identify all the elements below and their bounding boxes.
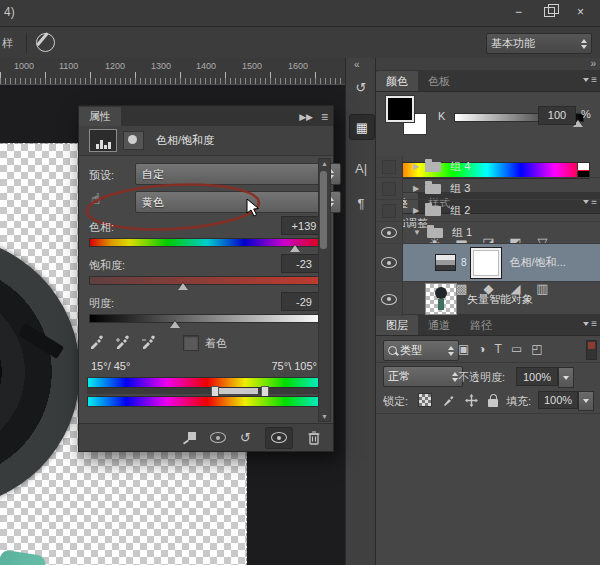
minimize-button[interactable]: −: [505, 3, 532, 21]
smart-object-thumbnail[interactable]: [425, 283, 457, 315]
colorize-checkbox[interactable]: [183, 335, 199, 351]
paragraph-panel-button[interactable]: ¶: [349, 191, 373, 215]
ruler-tick-label: 1500: [242, 61, 262, 71]
blend-mode-dropdown[interactable]: 正常: [383, 366, 463, 387]
lightness-slider[interactable]: [89, 314, 325, 323]
hue-wheel-bar-bottom[interactable]: [87, 396, 327, 407]
layer-mask-thumbnail[interactable]: [471, 248, 501, 278]
scroll-up-icon[interactable]: ▲: [321, 160, 328, 167]
layer-name: 色相/饱和...: [510, 255, 566, 270]
filter-kind-dropdown[interactable]: 类型: [383, 340, 459, 361]
properties-panel-menu-icon[interactable]: ≡: [321, 110, 328, 124]
hue-wheel-bar-top[interactable]: [87, 377, 327, 388]
delete-adjustment-icon[interactable]: [307, 430, 321, 445]
visibility-cell[interactable]: [376, 244, 403, 281]
preset-dropdown[interactable]: 自定: [135, 163, 341, 185]
tab-layers[interactable]: 图层: [376, 315, 418, 335]
workspace-selector[interactable]: 基本功能: [486, 33, 592, 54]
layers-panel-menu-icon[interactable]: ≡: [583, 318, 597, 329]
collapse-dock-icon[interactable]: «: [354, 59, 359, 70]
clip-to-layer-icon[interactable]: [183, 432, 196, 443]
scroll-down-icon[interactable]: ▼: [321, 413, 328, 420]
visibility-cell[interactable]: [376, 178, 403, 199]
lock-all-icon[interactable]: [488, 399, 498, 407]
targeted-adjustment-tool-icon[interactable]: [36, 33, 55, 52]
filter-type-layers-icon[interactable]: T: [495, 342, 502, 356]
scrollbar-thumb[interactable]: [320, 171, 327, 249]
thumbnail-artwork: [438, 299, 444, 310]
collapse-triangle-icon[interactable]: ▶: [413, 206, 419, 215]
layer-row-group1[interactable]: ▼ 组 1: [376, 222, 600, 244]
add-eyedropper-icon[interactable]: [115, 334, 130, 351]
saturation-slider-thumb[interactable]: [178, 283, 188, 290]
lightness-slider-thumb[interactable]: [170, 321, 180, 328]
collapse-triangle-icon[interactable]: ▶: [413, 184, 419, 193]
tab-channels[interactable]: 通道: [418, 315, 460, 335]
lock-move-icon[interactable]: [465, 394, 478, 407]
properties-panel-button[interactable]: ▦: [349, 114, 375, 140]
adjustment-layer-thumbnail[interactable]: [435, 254, 456, 271]
options-label-fragment: 样: [2, 36, 13, 51]
mask-icon[interactable]: [123, 131, 144, 150]
eyedropper-icon[interactable]: [89, 334, 104, 351]
visibility-off-icon: [382, 160, 396, 174]
opacity-dropdown-button[interactable]: [558, 367, 574, 388]
lock-paint-icon[interactable]: [442, 394, 455, 407]
visibility-eye-icon: [381, 227, 397, 238]
visibility-cell[interactable]: [376, 156, 403, 177]
layer-row-group3[interactable]: ▶ 组 3: [376, 178, 600, 200]
close-icon: ×: [577, 5, 584, 19]
character-panel-button[interactable]: A|: [349, 156, 373, 180]
toggle-visibility-button[interactable]: [265, 427, 293, 449]
targeted-adjustment-hand-icon[interactable]: ☝: [91, 190, 100, 208]
foreground-color-swatch[interactable]: [386, 96, 414, 122]
previous-state-icon[interactable]: [210, 432, 226, 443]
window-title: 4): [4, 5, 15, 19]
reset-icon[interactable]: ↺: [240, 430, 251, 445]
expand-triangle-icon[interactable]: ▼: [413, 228, 421, 237]
properties-scrollbar[interactable]: ▲ ▼: [318, 158, 331, 422]
folder-icon: [425, 206, 441, 216]
blend-mode-label: 正常: [388, 369, 452, 384]
tab-swatches[interactable]: 色板: [418, 71, 460, 91]
fill-dropdown-button[interactable]: [578, 391, 594, 411]
visibility-cell[interactable]: [376, 282, 403, 316]
collapse-panel-icon[interactable]: ▶▶: [299, 112, 313, 122]
collapse-triangle-icon[interactable]: ▶: [413, 162, 419, 171]
visibility-cell[interactable]: [376, 222, 403, 243]
visibility-cell[interactable]: [376, 200, 403, 221]
filter-pixel-layers-icon[interactable]: ▣: [458, 342, 469, 356]
hue-slider-thumb[interactable]: [290, 245, 300, 252]
filter-adjustment-layers-icon[interactable]: ◑: [478, 342, 485, 356]
hue-slider[interactable]: [89, 238, 325, 247]
lock-transparency-icon[interactable]: [418, 393, 432, 407]
layer-row-hue-saturation[interactable]: 8 色相/饱和...: [376, 244, 600, 282]
hue-range-segment[interactable]: [218, 388, 258, 394]
close-button[interactable]: ×: [567, 3, 594, 21]
k-value-box[interactable]: 100: [538, 106, 576, 125]
expand-panels-icon[interactable]: »: [590, 58, 595, 69]
history-panel-button[interactable]: ↺: [349, 75, 373, 99]
tab-color[interactable]: 颜色: [376, 71, 418, 91]
fill-value[interactable]: 100%: [538, 391, 578, 409]
range-right-label: 75°\ 105°: [272, 360, 318, 372]
layer-row-smart-object[interactable]: 矢量智能对象: [376, 282, 600, 316]
color-panel-menu-icon[interactable]: ≡: [583, 74, 597, 85]
saturation-slider[interactable]: [89, 276, 325, 285]
visibility-eye-icon: [381, 257, 397, 268]
photoshop-window: 4) − × 样 基本功能 1000 1100 1200 1300 1400 1…: [0, 0, 600, 565]
properties-tabbar: 属性: [79, 106, 333, 126]
subtract-eyedropper-icon[interactable]: [141, 334, 156, 351]
filter-shape-layers-icon[interactable]: ▭: [511, 342, 522, 356]
filter-toggle-button[interactable]: [586, 340, 597, 360]
opacity-value[interactable]: 100%: [516, 367, 558, 386]
hue-range-indicator[interactable]: [87, 388, 325, 394]
channel-dropdown[interactable]: 黄色: [135, 191, 341, 213]
restore-button[interactable]: [536, 3, 563, 21]
layer-row-group2[interactable]: ▶ 组 2: [376, 200, 600, 222]
layer-list: ▶ 组 4 ▶ 组 3 ▶ 组 2 ▼ 组 1: [376, 156, 600, 316]
filter-smart-objects-icon[interactable]: ◰: [531, 342, 542, 356]
tab-paths[interactable]: 路径: [460, 315, 502, 335]
tab-properties[interactable]: 属性: [79, 107, 121, 126]
layer-row-group4[interactable]: ▶ 组 4: [376, 156, 600, 178]
